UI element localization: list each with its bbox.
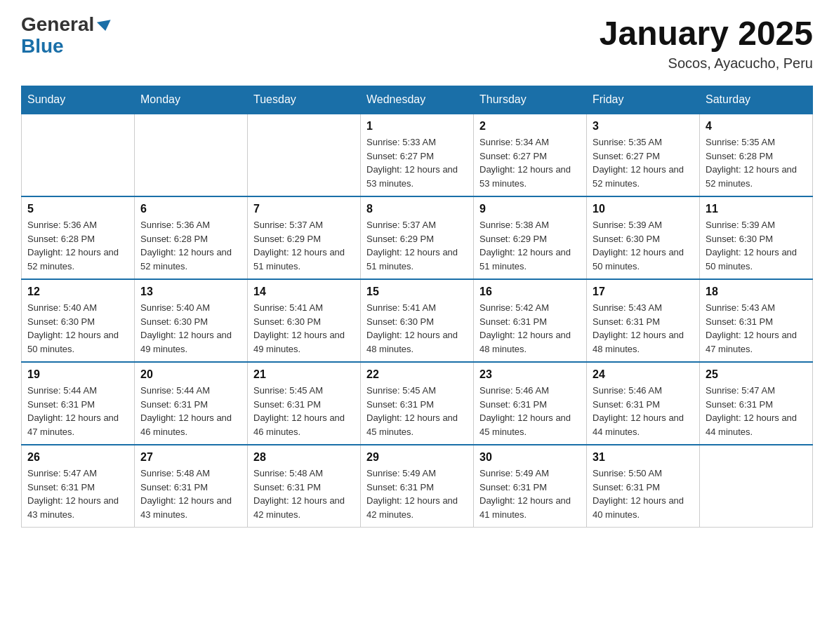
calendar-cell: 30Sunrise: 5:49 AM Sunset: 6:31 PM Dayli… — [474, 445, 587, 528]
day-number: 28 — [253, 451, 355, 464]
day-info: Sunrise: 5:40 AM Sunset: 6:30 PM Dayligh… — [27, 301, 128, 356]
calendar-header: SundayMondayTuesdayWednesdayThursdayFrid… — [22, 86, 813, 114]
calendar-cell: 1Sunrise: 5:33 AM Sunset: 6:27 PM Daylig… — [361, 114, 474, 196]
day-number: 22 — [366, 368, 468, 381]
calendar-table: SundayMondayTuesdayWednesdayThursdayFrid… — [21, 86, 813, 528]
day-number: 29 — [366, 451, 468, 464]
day-info: Sunrise: 5:44 AM Sunset: 6:31 PM Dayligh… — [140, 384, 241, 438]
calendar-cell: 16Sunrise: 5:42 AM Sunset: 6:31 PM Dayli… — [474, 279, 587, 362]
day-info: Sunrise: 5:36 AM Sunset: 6:28 PM Dayligh… — [27, 218, 128, 273]
calendar-week-1: 1Sunrise: 5:33 AM Sunset: 6:27 PM Daylig… — [22, 114, 813, 196]
calendar-cell: 3Sunrise: 5:35 AM Sunset: 6:27 PM Daylig… — [587, 114, 700, 196]
calendar-cell — [22, 114, 135, 196]
day-info: Sunrise: 5:49 AM Sunset: 6:31 PM Dayligh… — [479, 467, 581, 521]
day-number: 27 — [140, 451, 241, 464]
day-info: Sunrise: 5:39 AM Sunset: 6:30 PM Dayligh… — [706, 218, 807, 273]
calendar-cell: 17Sunrise: 5:43 AM Sunset: 6:31 PM Dayli… — [587, 279, 700, 362]
day-number: 7 — [253, 203, 355, 215]
day-of-week-tuesday: Tuesday — [248, 86, 361, 114]
day-info: Sunrise: 5:43 AM Sunset: 6:31 PM Dayligh… — [593, 301, 694, 356]
logo: General Blue — [21, 14, 112, 58]
calendar-cell: 7Sunrise: 5:37 AM Sunset: 6:29 PM Daylig… — [248, 196, 361, 279]
day-number: 15 — [366, 286, 468, 298]
day-number: 20 — [140, 368, 241, 381]
calendar-cell: 2Sunrise: 5:34 AM Sunset: 6:27 PM Daylig… — [474, 114, 587, 196]
day-number: 25 — [706, 368, 807, 381]
day-info: Sunrise: 5:47 AM Sunset: 6:31 PM Dayligh… — [706, 384, 807, 438]
day-info: Sunrise: 5:42 AM Sunset: 6:31 PM Dayligh… — [479, 301, 581, 356]
day-number: 11 — [706, 203, 807, 215]
calendar-week-5: 26Sunrise: 5:47 AM Sunset: 6:31 PM Dayli… — [22, 445, 813, 528]
calendar-cell: 14Sunrise: 5:41 AM Sunset: 6:30 PM Dayli… — [248, 279, 361, 362]
day-number: 16 — [479, 286, 581, 298]
calendar-cell: 4Sunrise: 5:35 AM Sunset: 6:28 PM Daylig… — [700, 114, 813, 196]
calendar-cell: 29Sunrise: 5:49 AM Sunset: 6:31 PM Dayli… — [361, 445, 474, 528]
day-info: Sunrise: 5:33 AM Sunset: 6:27 PM Dayligh… — [366, 135, 468, 190]
calendar-week-2: 5Sunrise: 5:36 AM Sunset: 6:28 PM Daylig… — [22, 196, 813, 279]
day-info: Sunrise: 5:48 AM Sunset: 6:31 PM Dayligh… — [253, 467, 355, 521]
calendar-cell: 12Sunrise: 5:40 AM Sunset: 6:30 PM Dayli… — [22, 279, 135, 362]
day-number: 2 — [479, 120, 581, 133]
day-info: Sunrise: 5:43 AM Sunset: 6:31 PM Dayligh… — [706, 301, 807, 356]
calendar-week-3: 12Sunrise: 5:40 AM Sunset: 6:30 PM Dayli… — [22, 279, 813, 362]
logo-triangle-icon — [97, 20, 112, 32]
day-info: Sunrise: 5:39 AM Sunset: 6:30 PM Dayligh… — [593, 218, 694, 273]
day-info: Sunrise: 5:45 AM Sunset: 6:31 PM Dayligh… — [366, 384, 468, 438]
day-info: Sunrise: 5:34 AM Sunset: 6:27 PM Dayligh… — [479, 135, 581, 190]
day-info: Sunrise: 5:46 AM Sunset: 6:31 PM Dayligh… — [479, 384, 581, 438]
calendar-cell — [700, 445, 813, 528]
calendar-week-4: 19Sunrise: 5:44 AM Sunset: 6:31 PM Dayli… — [22, 362, 813, 445]
day-info: Sunrise: 5:38 AM Sunset: 6:29 PM Dayligh… — [479, 218, 581, 273]
day-of-week-friday: Friday — [587, 86, 700, 114]
day-info: Sunrise: 5:48 AM Sunset: 6:31 PM Dayligh… — [140, 467, 241, 521]
day-of-week-sunday: Sunday — [22, 86, 135, 114]
calendar-cell: 22Sunrise: 5:45 AM Sunset: 6:31 PM Dayli… — [361, 362, 474, 445]
day-number: 1 — [366, 120, 468, 133]
day-info: Sunrise: 5:49 AM Sunset: 6:31 PM Dayligh… — [366, 467, 468, 521]
days-of-week-row: SundayMondayTuesdayWednesdayThursdayFrid… — [22, 86, 813, 114]
calendar-cell: 19Sunrise: 5:44 AM Sunset: 6:31 PM Dayli… — [22, 362, 135, 445]
calendar-cell: 8Sunrise: 5:37 AM Sunset: 6:29 PM Daylig… — [361, 196, 474, 279]
calendar-cell — [248, 114, 361, 196]
day-number: 18 — [706, 286, 807, 298]
day-number: 17 — [593, 286, 694, 298]
day-info: Sunrise: 5:35 AM Sunset: 6:27 PM Dayligh… — [593, 135, 694, 190]
calendar-cell: 9Sunrise: 5:38 AM Sunset: 6:29 PM Daylig… — [474, 196, 587, 279]
calendar-cell: 10Sunrise: 5:39 AM Sunset: 6:30 PM Dayli… — [587, 196, 700, 279]
logo-blue: Blue — [21, 36, 112, 58]
day-number: 9 — [479, 203, 581, 215]
day-number: 30 — [479, 451, 581, 464]
day-info: Sunrise: 5:50 AM Sunset: 6:31 PM Dayligh… — [593, 467, 694, 521]
day-number: 4 — [706, 120, 807, 133]
day-number: 3 — [593, 120, 694, 133]
day-of-week-monday: Monday — [135, 86, 248, 114]
day-number: 6 — [140, 203, 241, 215]
calendar-cell: 28Sunrise: 5:48 AM Sunset: 6:31 PM Dayli… — [248, 445, 361, 528]
day-number: 10 — [593, 203, 694, 215]
day-number: 31 — [593, 451, 694, 464]
day-info: Sunrise: 5:47 AM Sunset: 6:31 PM Dayligh… — [27, 467, 128, 521]
day-number: 5 — [27, 203, 128, 215]
calendar-cell: 26Sunrise: 5:47 AM Sunset: 6:31 PM Dayli… — [22, 445, 135, 528]
day-of-week-wednesday: Wednesday — [361, 86, 474, 114]
day-info: Sunrise: 5:35 AM Sunset: 6:28 PM Dayligh… — [706, 135, 807, 190]
day-number: 12 — [27, 286, 128, 298]
calendar-cell: 11Sunrise: 5:39 AM Sunset: 6:30 PM Dayli… — [700, 196, 813, 279]
calendar-body: 1Sunrise: 5:33 AM Sunset: 6:27 PM Daylig… — [22, 114, 813, 528]
calendar-subtitle: Socos, Ayacucho, Peru — [600, 55, 813, 72]
day-info: Sunrise: 5:45 AM Sunset: 6:31 PM Dayligh… — [253, 384, 355, 438]
day-number: 14 — [253, 286, 355, 298]
day-info: Sunrise: 5:41 AM Sunset: 6:30 PM Dayligh… — [253, 301, 355, 356]
title-area: January 2025 Socos, Ayacucho, Peru — [600, 14, 813, 72]
day-number: 24 — [593, 368, 694, 381]
calendar-cell: 18Sunrise: 5:43 AM Sunset: 6:31 PM Dayli… — [700, 279, 813, 362]
day-number: 21 — [253, 368, 355, 381]
day-of-week-thursday: Thursday — [474, 86, 587, 114]
day-info: Sunrise: 5:36 AM Sunset: 6:28 PM Dayligh… — [140, 218, 241, 273]
calendar-cell: 25Sunrise: 5:47 AM Sunset: 6:31 PM Dayli… — [700, 362, 813, 445]
calendar-title: January 2025 — [600, 14, 813, 53]
day-number: 23 — [479, 368, 581, 381]
calendar-cell: 20Sunrise: 5:44 AM Sunset: 6:31 PM Dayli… — [135, 362, 248, 445]
calendar-cell: 13Sunrise: 5:40 AM Sunset: 6:30 PM Dayli… — [135, 279, 248, 362]
day-number: 8 — [366, 203, 468, 215]
